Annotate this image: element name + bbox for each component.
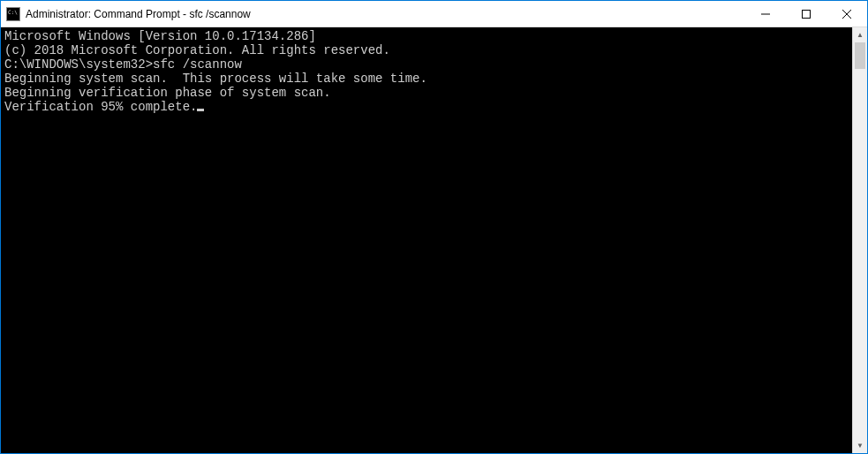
cmd-icon — [6, 7, 20, 21]
console-line: Microsoft Windows [Version 10.0.17134.28… — [4, 29, 849, 43]
minimize-button[interactable] — [745, 1, 786, 26]
window-title: Administrator: Command Prompt - sfc /sca… — [26, 8, 251, 20]
console-wrapper: Microsoft Windows [Version 10.0.17134.28… — [1, 27, 867, 453]
console-line: Verification 95% complete. — [4, 100, 849, 114]
verify-progress-text: Verification 95% complete. — [4, 100, 197, 114]
console-line: Beginning system scan. This process will… — [4, 72, 849, 86]
window-titlebar: Administrator: Command Prompt - sfc /sca… — [1, 1, 867, 27]
vertical-scrollbar[interactable]: ▲ ▼ — [852, 27, 867, 453]
close-button[interactable] — [826, 1, 867, 26]
console-output[interactable]: Microsoft Windows [Version 10.0.17134.28… — [1, 27, 852, 453]
scroll-down-arrow-icon[interactable]: ▼ — [853, 438, 867, 453]
console-line: Beginning verification phase of system s… — [4, 86, 849, 100]
scroll-track[interactable] — [853, 42, 867, 438]
scroll-up-arrow-icon[interactable]: ▲ — [853, 27, 867, 42]
console-line: (c) 2018 Microsoft Corporation. All righ… — [4, 43, 849, 57]
svg-rect-1 — [803, 10, 811, 18]
scroll-thumb[interactable] — [855, 42, 865, 69]
text-cursor — [197, 109, 204, 111]
maximize-button[interactable] — [786, 1, 826, 26]
window-controls — [745, 1, 867, 26]
console-line: C:\WINDOWS\system32>sfc /scannow — [4, 57, 849, 72]
titlebar-left: Administrator: Command Prompt - sfc /sca… — [6, 7, 251, 21]
entered-command: sfc /scannow — [153, 57, 242, 72]
prompt-path: C:\WINDOWS\system32> — [4, 57, 153, 72]
